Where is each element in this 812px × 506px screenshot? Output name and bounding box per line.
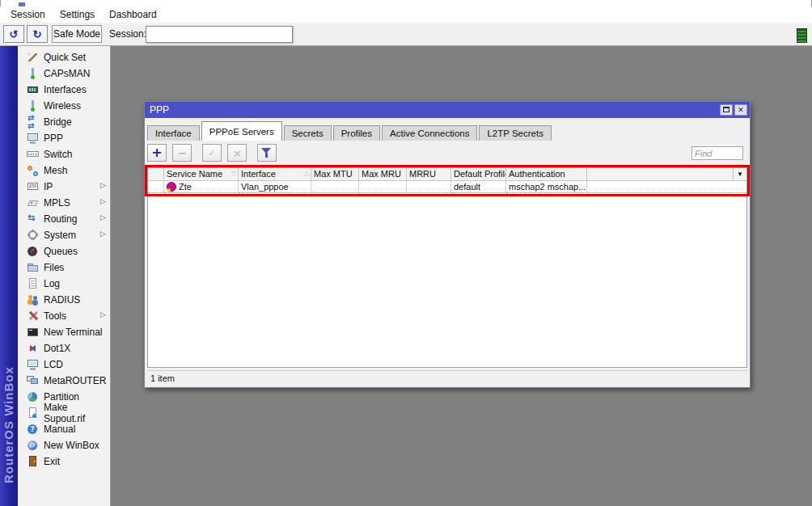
sidebar-item-capsman[interactable]: CAPsMAN <box>18 65 111 82</box>
sidebar-item-make-supout-rif[interactable]: Make Supout.rif <box>18 405 111 421</box>
sidebar-item-log[interactable]: Log <box>18 276 111 292</box>
sidebar-item-system[interactable]: System▷ <box>18 227 111 243</box>
ppp-toolbar: + − ✓ × <box>147 144 747 166</box>
sidebar-item-label: IP <box>44 181 53 192</box>
sidebar-item-manual[interactable]: Manual <box>18 421 111 437</box>
sidebar-item-lcd[interactable]: LCD <box>18 356 111 373</box>
column-dropdown-button[interactable]: ▼ <box>733 168 746 180</box>
add-button[interactable]: + <box>147 144 167 162</box>
find-input[interactable] <box>691 146 743 160</box>
sidebar-item-metarouter[interactable]: MetaROUTER <box>18 373 111 389</box>
sidebar-item-ppp[interactable]: PPP <box>18 130 111 146</box>
close-button[interactable]: ✕ <box>734 104 747 116</box>
sidebar-item-files[interactable]: Files <box>18 259 111 276</box>
tab-pppoe-servers[interactable]: PPPoE Servers <box>201 121 282 141</box>
menu-item-dashboard[interactable]: Dashboard <box>102 7 164 22</box>
column-header-max-mtu[interactable]: Max MTU <box>311 168 359 180</box>
sidebar-item-label: Interfaces <box>44 84 87 95</box>
cell-filler <box>587 181 746 193</box>
table-body: ZteVlan_pppoedefaultmschap2 mschap... <box>148 181 746 193</box>
sidebar-item-label: New Terminal <box>44 327 102 338</box>
sidebar-item-radius[interactable]: RADIUS <box>18 292 111 308</box>
column-header-authentication[interactable]: Authentication <box>506 168 587 180</box>
column-header-interface[interactable]: Interface△ <box>239 168 311 180</box>
ppp-tabs: InterfacePPPoE ServersSecretsProfilesAct… <box>147 121 747 141</box>
sidebar-item-label: RADIUS <box>44 294 80 306</box>
check-icon: ✓ <box>208 149 215 158</box>
redo-icon: ↻ <box>33 28 42 40</box>
disable-button[interactable]: × <box>227 144 247 162</box>
column-header-max-mru[interactable]: Max MRU <box>359 168 407 180</box>
sidebar-item-label: Tools <box>44 310 66 322</box>
sidebar-item-tools[interactable]: Tools▷ <box>18 308 111 324</box>
filter-button[interactable] <box>257 144 277 162</box>
sidebar-item-dot1x[interactable]: Dot1X <box>18 340 111 356</box>
pie-icon <box>27 391 39 403</box>
tab-secrets[interactable]: Secrets <box>284 125 332 141</box>
maximize-button[interactable] <box>720 104 733 116</box>
sidebar-item-new-terminal[interactable]: New Terminal <box>18 324 111 340</box>
column-header-filler <box>587 168 733 180</box>
redo-button[interactable]: ↻ <box>27 25 48 43</box>
sidebar-item-label: Bridge <box>44 116 72 128</box>
sidebar-item-label: MetaROUTER <box>44 375 106 386</box>
menu-item-settings[interactable]: Settings <box>53 7 102 22</box>
cross-icon: × <box>233 148 242 158</box>
sidebar-item-routing[interactable]: Routing▷ <box>18 211 111 227</box>
sidebar-item-label: System <box>44 230 76 241</box>
sidebar-item-mesh[interactable]: Mesh <box>18 162 111 179</box>
status-bar: 1 item <box>147 370 747 385</box>
safe-mode-button[interactable]: Safe Mode <box>52 25 102 43</box>
sidebar-item-new-winbox[interactable]: New WinBox <box>18 437 111 453</box>
column-header-default-profile[interactable]: Default Profile <box>451 168 506 180</box>
bridge-icon <box>27 116 39 128</box>
antenna-icon <box>27 100 39 112</box>
sort-asc-icon: △ <box>304 170 309 177</box>
ip-icon <box>27 181 39 192</box>
table-row[interactable]: ZteVlan_pppoedefaultmschap2 mschap... <box>148 181 746 193</box>
sidebar-item-interfaces[interactable]: Interfaces <box>18 82 111 98</box>
submenu-arrow-icon: ▷ <box>100 213 106 221</box>
routing-icon <box>27 213 39 225</box>
people-icon <box>27 294 39 306</box>
sidebar-item-label: Wireless <box>44 100 81 112</box>
tab-interface[interactable]: Interface <box>147 125 200 141</box>
sidebar-item-switch[interactable]: Switch <box>18 146 111 162</box>
winbox-app: SessionSettingsDashboard ↺ ↻ Safe Mode S… <box>0 0 812 506</box>
gear-icon <box>27 230 39 241</box>
sidebar-menu: Quick SetCAPsMANInterfacesWirelessBridge… <box>18 49 111 470</box>
ppp-window-titlebar[interactable]: PPP <box>145 102 750 118</box>
menu-item-session[interactable]: Session <box>3 7 53 22</box>
tab-profiles[interactable]: Profiles <box>333 125 380 141</box>
doc-icon <box>27 278 39 289</box>
column-header-mrru[interactable]: MRRU <box>407 168 451 180</box>
help-icon <box>27 424 39 435</box>
sidebar-item-label: Queues <box>44 246 78 257</box>
sidebar-item-mpls[interactable]: MPLS▷ <box>18 195 111 211</box>
tab-l2tp-secrets[interactable]: L2TP Secrets <box>479 125 551 141</box>
tab-active-connections[interactable]: Active Connections <box>382 125 477 141</box>
sidebar-item-quick-set[interactable]: Quick Set <box>18 49 111 65</box>
sidebar-item-label: Log <box>44 278 60 289</box>
cell-value: Zte <box>179 182 192 192</box>
dot1x-icon <box>27 343 39 354</box>
enable-button[interactable]: ✓ <box>202 144 222 162</box>
column-header-service-name[interactable]: Service Name▽ <box>164 168 239 180</box>
remove-button[interactable]: − <box>172 144 192 162</box>
session-input[interactable] <box>146 26 293 43</box>
submenu-arrow-icon: ▷ <box>100 181 106 189</box>
sidebar-item-bridge[interactable]: Bridge <box>18 114 111 130</box>
cell-service-name: Zte <box>164 181 239 193</box>
switch-icon <box>27 149 39 160</box>
sidebar-item-queues[interactable]: Queues <box>18 243 111 259</box>
sidebar-item-exit[interactable]: Exit <box>18 453 111 470</box>
close-icon: ✕ <box>738 106 744 114</box>
sidebar-item-label: Routing <box>44 213 77 225</box>
card-icon <box>27 84 39 95</box>
undo-button[interactable]: ↺ <box>3 25 24 43</box>
sidebar-item-ip[interactable]: IP▷ <box>18 179 111 195</box>
sidebar-item-label: Switch <box>44 149 72 160</box>
column-header-blank[interactable] <box>148 168 164 180</box>
cell-max-mtu <box>311 181 359 193</box>
sidebar-item-wireless[interactable]: Wireless <box>18 98 111 114</box>
